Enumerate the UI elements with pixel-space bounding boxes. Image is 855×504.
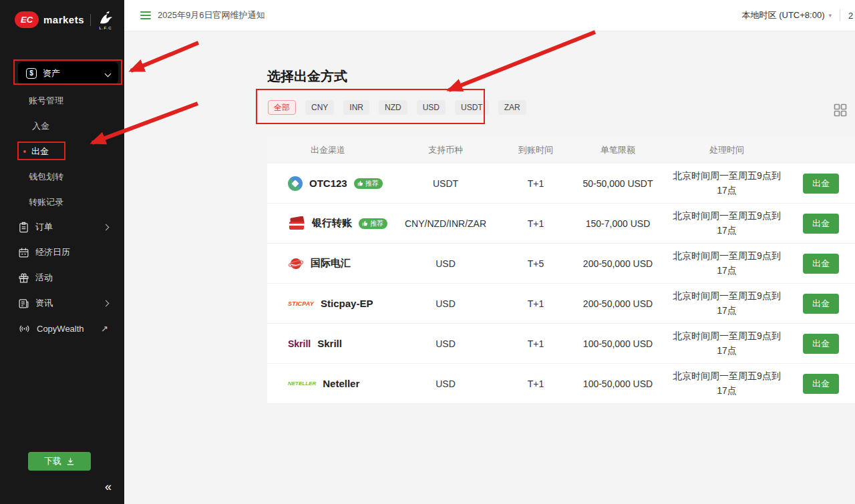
page-title: 选择出金方式 [267,67,347,85]
sidebar-collapse-button[interactable]: « [105,480,112,494]
sidebar-item-label: 钱包划转 [29,171,63,183]
limit: 50-50,000 USDT [569,178,667,189]
sticpay-logo: STICPAY [288,300,314,307]
processing-time: 北京时间周一至周五9点到17点 [667,169,787,198]
sidebar-item-news[interactable]: 资讯 [0,290,124,316]
processing-time: 北京时间周一至周五9点到17点 [667,249,787,278]
table-header-row: 出金渠道 支持币种 到账时间 单笔限额 处理时间 [267,137,855,164]
table-row: 国际电汇 USD T+5 200-50,000 USD 北京时间周一至周五9点到… [267,244,855,284]
limit: 100-50,000 USD [569,379,667,389]
sidebar-item-label: 出金 [31,146,49,158]
download-button[interactable]: 下载 [28,452,91,471]
topbar: 2025年9月6日官网维护通知 本地时区 (UTC+8:00) ▾ 2 [124,0,855,31]
limit: 200-50,000 USD [569,298,667,309]
channel-name: 银行转账 [312,217,352,230]
filter-chip-nzd[interactable]: NZD [379,100,407,115]
sidebar-item-label: 入金 [32,120,49,132]
maintenance-notice[interactable]: 2025年9月6日官网维护通知 [158,9,265,21]
withdraw-button[interactable]: 出金 [803,214,839,234]
table-row: NETELLER Neteller USD T+1 100-50,000 USD… [267,364,855,404]
lfc-logo: L.F.C [97,9,114,30]
arrival-time: T+1 [502,338,569,349]
thumbs-up-icon [362,220,368,226]
sidebar-item-wallet-transfer[interactable]: 钱包划转 [0,164,124,190]
caret-down-icon: ▾ [828,12,832,19]
sidebar-item-label: 资产 [43,67,60,79]
withdraw-button[interactable]: 出金 [803,334,839,354]
filter-chip-zar[interactable]: ZAR [498,100,526,115]
arrival-time: T+5 [502,258,569,269]
sidebar-item-label: 经济日历 [35,246,70,258]
topbar-divider [840,9,840,21]
recommended-badge: 推荐 [359,218,387,229]
thumbs-up-icon [357,180,363,186]
sidebar-item-account-management[interactable]: 账号管理 [0,88,124,113]
table-row: Skrill Skrill USD T+1 100-50,000 USD 北京时… [267,324,855,364]
sidebar-item-label: 资讯 [35,297,53,309]
supported-currency: CNY/NZD/INR/ZAR [389,218,502,229]
sidebar-item-label: CopyWealth [37,324,84,334]
supported-currency: USDT [389,178,502,189]
wire-transfer-icon [288,256,304,271]
timezone-label: 本地时区 (UTC+8:00) [742,9,825,21]
withdraw-button[interactable]: 出金 [803,174,839,194]
header-arrival: 到账时间 [502,144,569,156]
withdraw-methods-table: 出金渠道 支持币种 到账时间 单笔限额 处理时间 OTC123 推荐 USDT … [267,137,855,404]
sidebar-item-activities[interactable]: 活动 [0,265,124,290]
clipboard-icon [18,222,29,233]
sidebar-item-label: 活动 [35,272,53,284]
table-row: STICPAY Sticpay-EP USD T+1 200-50,000 US… [267,284,855,324]
neteller-logo: NETELLER [288,381,316,387]
filter-chip-inr[interactable]: INR [343,100,369,115]
sidebar-item-label: 转账记录 [29,196,63,208]
calendar-icon [18,247,29,258]
sidebar-item-label: 订单 [35,221,53,233]
sidebar-item-copywealth[interactable]: CopyWealth ↗ [0,316,124,341]
filter-chip-usd[interactable]: USD [417,100,446,115]
processing-time: 北京时间周一至周五9点到17点 [667,329,787,358]
brand-logo: EC markets L.F.C [15,9,114,30]
timezone-selector[interactable]: 本地时区 (UTC+8:00) ▾ 2 [742,9,855,21]
chevron-right-icon [103,224,110,230]
assets-dollar-icon: $ [26,68,37,79]
sidebar-item-orders[interactable]: 订单 [0,214,124,240]
active-dot [23,150,26,153]
sidebar-item-withdraw[interactable]: 出金 [0,139,124,164]
channel-name: Skrill [317,338,342,349]
limit: 150-7,000 USD [569,218,667,229]
header-limit: 单笔限额 [569,144,667,156]
clock-text: 2 [848,11,855,21]
filter-chip-cny[interactable]: CNY [305,100,334,115]
badge-label: 推荐 [365,180,379,187]
grid-view-toggle[interactable] [834,103,847,119]
supported-currency: USD [389,258,502,269]
withdraw-button[interactable]: 出金 [803,294,839,314]
ec-markets-logo: EC [15,11,39,28]
withdraw-button[interactable]: 出金 [803,254,839,274]
arrival-time: T+1 [502,178,569,189]
badge-label: 推荐 [370,220,383,227]
supported-currency: USD [389,338,502,349]
gift-icon [18,272,29,284]
sidebar-item-transfer-records[interactable]: 转账记录 [0,190,124,215]
processing-time: 北京时间周一至周五9点到17点 [667,369,787,398]
withdraw-button[interactable]: 出金 [803,374,839,394]
filter-chip-usdt[interactable]: USDT [455,100,489,115]
download-label: 下载 [44,455,61,467]
logo-markets-text: markets [43,14,84,25]
grid-icon [834,103,847,117]
channel-name: OTC123 [309,178,347,189]
annotation-arrow-filters [449,32,595,90]
sidebar-item-label: 账号管理 [29,95,63,107]
channel-name: 国际电汇 [311,257,351,270]
filter-chip-all[interactable]: 全部 [268,100,296,115]
sidebar-item-economic-calendar[interactable]: 经济日历 [0,240,124,265]
bank-transfer-icon [288,216,305,231]
arrival-time: T+1 [502,379,569,389]
header-processing: 处理时间 [667,144,787,156]
processing-time: 北京时间周一至周五9点到17点 [667,289,787,318]
header-channel: 出金渠道 [267,144,389,156]
broadcast-icon [18,323,31,334]
sidebar-item-deposit[interactable]: 入金 [0,113,124,139]
sidebar-item-assets[interactable]: $ 资产 [18,62,118,84]
